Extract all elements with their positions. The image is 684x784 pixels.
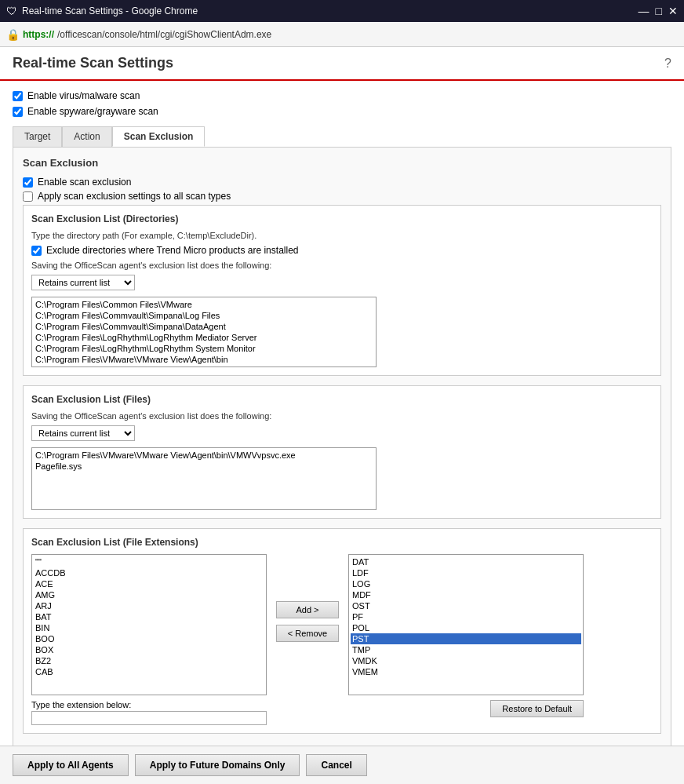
list-item: OST [351, 600, 581, 611]
title-bar: 🛡 Real-time Scan Settings - Google Chrom… [0, 0, 684, 22]
enable-scan-exclusion-label: Enable scan exclusion [38, 177, 131, 188]
page-title: Real-time Scan Settings [13, 55, 173, 71]
list-item: BIN [34, 622, 264, 633]
list-item: Pagefile.sys [34, 461, 374, 472]
apply-all-agents-button[interactable]: Apply to All Agents [13, 754, 129, 776]
ext-right-area: DAT LDF LOG MDF OST PF POL PST TMP VMDK … [348, 554, 584, 717]
footer-bar: Apply to All Agents Apply to Future Doma… [0, 746, 684, 784]
address-bar: 🔒 https:// /officescan/console/html/cgi/… [0, 22, 684, 47]
list-item: C:\Program Files\VMware\VMware View\Agen… [34, 354, 374, 365]
list-item: C:\Program Files\LogRhythm\LogRhythm Med… [34, 332, 374, 343]
lock-icon: 🔒 [6, 28, 20, 41]
address-protocol: https:// [23, 29, 54, 40]
enable-scan-exclusion-row: Enable scan exclusion [23, 177, 661, 188]
enable-spyware-label: Enable spyware/grayware scan [27, 106, 158, 117]
list-item: DAT [351, 556, 581, 567]
ext-type-row: Type the extension below: [31, 700, 267, 725]
apply-all-types-checkbox[interactable] [23, 191, 33, 202]
directories-header: Scan Exclusion List (Directories) [31, 213, 653, 224]
exclude-dirs-row: Exclude directories where Trend Micro pr… [31, 245, 653, 256]
page-header: Real-time Scan Settings ? [0, 47, 684, 81]
list-item: C:\Program Files\Common Files\VMware [34, 299, 374, 310]
list-item: MDF [351, 589, 581, 600]
directories-section: Scan Exclusion List (Directories) Type t… [23, 205, 661, 376]
scan-exclusion-header: Scan Exclusion [23, 157, 661, 169]
tab-content: Scan Exclusion Enable scan exclusion App… [13, 147, 671, 753]
address-path: /officescan/console/html/cgi/cgiShowClie… [57, 29, 271, 40]
directories-description: Type the directory path (For example, C:… [31, 231, 653, 240]
files-header: Scan Exclusion List (Files) [31, 394, 653, 405]
list-item: ACCDB [34, 567, 264, 578]
list-item: BOX [34, 644, 264, 655]
tab-bar: Target Action Scan Exclusion [13, 126, 671, 147]
apply-future-domains-button[interactable]: Apply to Future Domains Only [135, 754, 300, 776]
list-item: TMP [351, 644, 581, 655]
files-dropdown[interactable]: Retains current list Overrides current l… [31, 425, 135, 441]
tab-target[interactable]: Target [13, 126, 62, 147]
directories-dropdown[interactable]: Retains current list Overrides current l… [31, 275, 135, 290]
restore-btn-row: Restore to Default [348, 700, 584, 717]
exclude-dirs-label: Exclude directories where Trend Micro pr… [46, 245, 298, 256]
list-item: AMG [34, 589, 264, 600]
list-item: CAB [34, 666, 264, 677]
restore-default-button[interactable]: Restore to Default [490, 700, 584, 717]
list-item: C:\Program Files\LogRhythm\LogRhythm Sys… [34, 343, 374, 354]
ext-left-area: "" ACCDB ACE AMG ARJ BAT BIN BOO BOX BZ2… [31, 554, 267, 725]
files-section: Scan Exclusion List (Files) Saving the O… [23, 385, 661, 519]
apply-all-types-row: Apply scan exclusion settings to all sca… [23, 191, 661, 202]
list-item: PF [351, 611, 581, 622]
list-item-selected: PST [351, 633, 581, 644]
list-item: LDF [351, 567, 581, 578]
enable-virus-label: Enable virus/malware scan [27, 90, 140, 101]
list-item: "" [34, 556, 264, 567]
list-item: BAT [34, 611, 264, 622]
close-button[interactable]: ✕ [668, 5, 678, 17]
ext-buttons-area: Add > < Remove [276, 554, 339, 642]
cancel-button[interactable]: Cancel [306, 754, 366, 776]
window-controls: — □ ✕ [639, 5, 678, 17]
list-item: POL [351, 622, 581, 633]
maximize-button[interactable]: □ [656, 5, 662, 17]
enable-virus-row: Enable virus/malware scan [13, 90, 671, 101]
remove-button[interactable]: < Remove [276, 625, 339, 642]
apply-all-types-label: Apply scan exclusion settings to all sca… [38, 191, 231, 202]
list-item: C:\Program Files\Commvault\Simpana\DataA… [34, 321, 374, 332]
list-item: VMEM [351, 666, 581, 677]
list-item: C:\Program Files\Commvault\Simpana\Log F… [34, 310, 374, 321]
file-extensions-section: Scan Exclusion List (File Extensions) ""… [23, 528, 661, 734]
main-content: Enable virus/malware scan Enable spyware… [0, 81, 684, 784]
help-icon[interactable]: ? [664, 57, 671, 71]
directories-list[interactable]: C:\Program Files\Common Files\VMware C:\… [31, 297, 377, 367]
list-item: BZ2 [34, 655, 264, 666]
tab-action[interactable]: Action [62, 126, 111, 147]
ext-left-list[interactable]: "" ACCDB ACE AMG ARJ BAT BIN BOO BOX BZ2… [31, 554, 267, 695]
enable-spyware-row: Enable spyware/grayware scan [13, 106, 671, 117]
files-list[interactable]: C:\Program Files\VMware\VMware View\Agen… [31, 447, 377, 510]
exclude-dirs-checkbox[interactable] [31, 246, 42, 256]
ext-type-label: Type the extension below: [31, 700, 267, 709]
list-item: ACE [34, 578, 264, 589]
minimize-button[interactable]: — [639, 5, 649, 17]
window-title: Real-time Scan Settings - Google Chrome [22, 5, 639, 16]
list-item: C:\Program Files\VMware\VMware View\Agen… [34, 450, 374, 461]
file-extensions-header: Scan Exclusion List (File Extensions) [31, 537, 653, 548]
directories-dropdown-row: Retains current list Overrides current l… [31, 275, 653, 290]
list-item: LOG [351, 578, 581, 589]
files-dropdown-row: Retains current list Overrides current l… [31, 425, 653, 441]
enable-virus-checkbox[interactable] [13, 91, 23, 101]
app-icon: 🛡 [6, 5, 17, 17]
list-item: ARJ [34, 600, 264, 611]
ext-right-list[interactable]: DAT LDF LOG MDF OST PF POL PST TMP VMDK … [348, 554, 584, 695]
add-button[interactable]: Add > [276, 601, 339, 618]
ext-type-input[interactable] [31, 711, 267, 725]
list-item: VMDK [351, 655, 581, 666]
directories-saving-label: Saving the OfficeScan agent's exclusion … [31, 261, 653, 270]
tab-scan-exclusion[interactable]: Scan Exclusion [112, 126, 206, 147]
file-ext-area: "" ACCDB ACE AMG ARJ BAT BIN BOO BOX BZ2… [31, 554, 653, 725]
files-saving-label: Saving the OfficeScan agent's exclusion … [31, 411, 653, 421]
enable-scan-exclusion-checkbox[interactable] [23, 177, 33, 188]
enable-spyware-checkbox[interactable] [13, 107, 23, 117]
list-item: BOO [34, 633, 264, 644]
